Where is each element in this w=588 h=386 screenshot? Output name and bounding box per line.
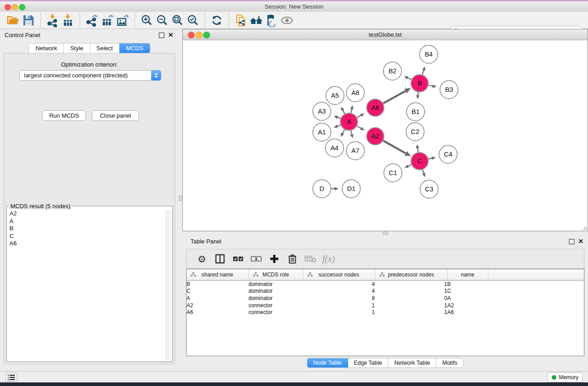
delete-table-button[interactable] (301, 251, 320, 267)
result-item[interactable]: A2 (7, 210, 166, 218)
column-header-predecessor-nodes[interactable]: predecessor nodes (375, 269, 447, 281)
table-row[interactable]: Cdominator41C (186, 288, 584, 295)
cell[interactable]: 1 (375, 302, 447, 309)
home-button[interactable] (249, 13, 264, 28)
close-panel-button[interactable]: Close panel (92, 110, 139, 121)
network-graph[interactable]: B4B2BB3A8A5A6A3B1AC2A1A2A4A7C4CC1DC3D1 (183, 40, 588, 231)
cell[interactable]: connector (249, 302, 303, 309)
edge-A-A4[interactable] (343, 130, 344, 133)
cell[interactable]: A2 (186, 302, 249, 309)
import-network-button[interactable] (45, 13, 60, 28)
zoom-selected-button[interactable] (185, 13, 201, 28)
zoom-fit-button[interactable] (170, 13, 185, 28)
tab-style[interactable]: Style (64, 43, 90, 53)
save-session-button[interactable] (21, 13, 36, 28)
close-panel-icon[interactable]: ✕ (168, 31, 173, 38)
column-header-shared-name[interactable]: shared name (186, 269, 249, 281)
cell[interactable]: A (447, 295, 488, 302)
edge-C-C2[interactable] (418, 148, 418, 152)
criterion-dropdown[interactable]: largest connected component (directed) (19, 70, 161, 81)
edge-C-C3[interactable] (422, 170, 424, 173)
cell[interactable]: A6 (447, 309, 488, 316)
result-item[interactable]: C (7, 233, 166, 240)
import-table-button[interactable] (60, 13, 76, 28)
graphics-details-button[interactable] (264, 13, 279, 28)
edge-A-A1[interactable] (338, 125, 341, 126)
export-image-button[interactable] (115, 13, 130, 28)
edge-B-B1[interactable] (418, 92, 418, 95)
result-item[interactable]: B (7, 225, 166, 233)
table-row[interactable]: Adominator80A (186, 295, 584, 302)
table-row[interactable]: A2connector11A2 (186, 302, 584, 309)
edge-B-B4[interactable] (422, 70, 424, 75)
cell[interactable]: 1 (375, 281, 447, 288)
cell[interactable]: A (186, 295, 249, 302)
splitter-handle[interactable] (383, 232, 388, 235)
edge-B-B3[interactable] (429, 85, 433, 86)
table-settings-button[interactable]: ⚙ (193, 251, 211, 267)
cell[interactable]: 4 (303, 288, 375, 295)
memory-button[interactable]: Memory (547, 372, 583, 382)
function-builder-button[interactable]: f(x) (320, 251, 338, 267)
delete-column-button[interactable] (283, 251, 301, 267)
cell[interactable]: dominator (249, 288, 303, 295)
cell[interactable]: dominator (249, 295, 303, 302)
float-panel-icon[interactable] (569, 239, 574, 244)
cell[interactable]: C (447, 288, 488, 295)
table-row[interactable]: A6connector11A6 (186, 309, 584, 316)
refresh-button[interactable] (209, 13, 225, 28)
table-row[interactable]: Bdominator41B (186, 281, 584, 288)
result-item[interactable]: A6 (7, 240, 166, 248)
cell[interactable]: 1 (303, 309, 375, 316)
resize-grip-icon[interactable] (582, 225, 587, 230)
cell[interactable]: 1 (375, 288, 447, 295)
cell[interactable]: dominator (249, 281, 303, 288)
cell[interactable]: B (186, 281, 249, 288)
zoom-in-button[interactable] (139, 13, 154, 28)
tab-network[interactable]: Network (29, 43, 64, 53)
edge-C-C1[interactable] (408, 165, 411, 166)
open-session-button[interactable] (5, 13, 21, 28)
edge-A6-B[interactable] (383, 91, 406, 103)
cell[interactable]: 1 (375, 309, 447, 316)
cell[interactable]: A6 (186, 309, 249, 316)
clone-network-button[interactable] (233, 13, 249, 28)
tab-node-table[interactable]: Node Table (307, 358, 348, 367)
select-all-button[interactable] (229, 251, 247, 267)
edge-A-A3[interactable] (338, 117, 341, 119)
edge-C-C4[interactable] (428, 158, 432, 159)
edge-A-A5[interactable] (343, 110, 344, 114)
tab-network-table[interactable]: Network Table (388, 358, 436, 367)
tab-edge-table[interactable]: Edge Table (348, 358, 388, 367)
cell[interactable]: 8 (303, 295, 375, 302)
cell[interactable]: C (186, 288, 249, 295)
edge-A-A7[interactable] (351, 131, 352, 134)
column-header-name[interactable]: name (447, 269, 488, 281)
tab-select[interactable]: Select (90, 43, 120, 53)
close-panel-icon[interactable]: ✕ (578, 238, 583, 245)
show-hide-button[interactable] (279, 13, 295, 28)
cell[interactable]: 4 (303, 281, 375, 288)
tab-mcds[interactable]: MCDS (120, 43, 149, 53)
zoom-out-button[interactable] (154, 13, 170, 28)
show-columns-button[interactable] (211, 251, 229, 267)
float-panel-icon[interactable] (159, 33, 164, 38)
edge-A-A6[interactable] (357, 115, 361, 118)
splitter-handle[interactable] (179, 195, 182, 201)
edge-A2-C[interactable] (383, 141, 406, 153)
column-header-successor-nodes[interactable]: successor nodes (303, 269, 375, 281)
edge-A-A8[interactable] (351, 109, 352, 113)
add-column-button[interactable] (265, 251, 283, 267)
column-header-mcds-role[interactable]: MCDS role (249, 269, 303, 281)
result-item[interactable]: A (7, 218, 166, 225)
cell[interactable]: 1 (303, 302, 375, 309)
task-history-button[interactable] (5, 373, 17, 381)
export-table-button[interactable] (100, 13, 115, 28)
deselect-all-button[interactable] (247, 251, 265, 267)
cell[interactable]: A2 (447, 302, 488, 309)
edge-B-B2[interactable] (408, 78, 411, 80)
horizontal-splitter[interactable] (182, 231, 588, 235)
vertical-splitter[interactable] (179, 29, 182, 371)
result-scrollbar[interactable] (166, 210, 172, 361)
network-canvas[interactable]: B4B2BB3A8A5A6A3B1AC2A1A2A4A7C4CC1DC3D1 (183, 40, 588, 231)
